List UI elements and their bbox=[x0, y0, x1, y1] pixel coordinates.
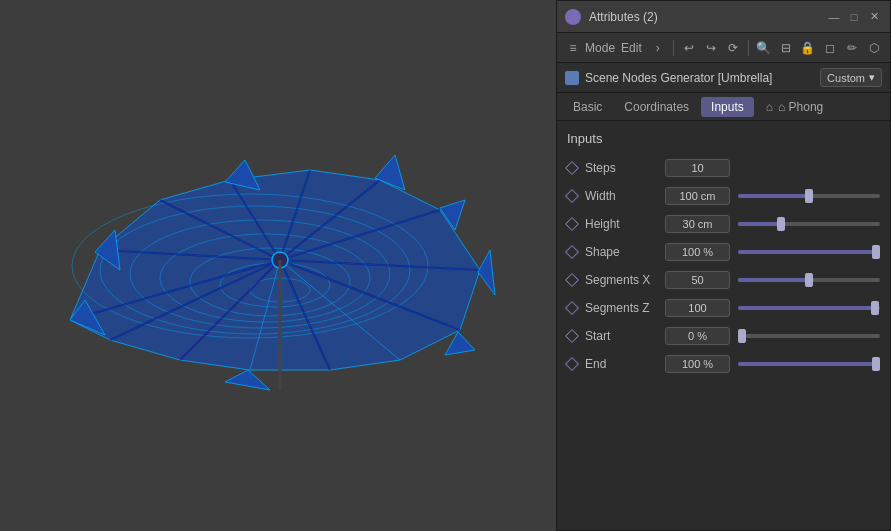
segments-z-slider[interactable] bbox=[738, 306, 880, 310]
shape-value[interactable]: 100 % bbox=[665, 243, 730, 261]
dropdown-label: Custom bbox=[827, 72, 865, 84]
titlebar: Attributes (2) — □ ✕ bbox=[557, 1, 890, 33]
height-slider[interactable] bbox=[738, 222, 880, 226]
segments-x-value[interactable]: 50 bbox=[665, 271, 730, 289]
toolbar-sep-1 bbox=[673, 40, 674, 56]
steps-label: Steps bbox=[585, 161, 665, 175]
segments-z-diamond[interactable] bbox=[565, 301, 579, 315]
start-diamond[interactable] bbox=[565, 329, 579, 343]
node-icon bbox=[565, 71, 579, 85]
tab-coordinates[interactable]: Coordinates bbox=[614, 97, 699, 117]
more-button[interactable]: › bbox=[648, 37, 668, 59]
height-diamond[interactable] bbox=[565, 217, 579, 231]
segments-x-label: Segments X bbox=[585, 273, 665, 287]
steps-input[interactable] bbox=[665, 159, 730, 177]
mode-label[interactable]: Mode bbox=[585, 41, 615, 55]
width-diamond[interactable] bbox=[565, 189, 579, 203]
hex-button[interactable]: ⬡ bbox=[864, 37, 884, 59]
param-width: Width 100 cm bbox=[567, 184, 880, 208]
content-area: Inputs Steps Width 100 cm Height 30 cm bbox=[557, 121, 890, 530]
close-button[interactable]: ✕ bbox=[866, 9, 882, 25]
tab-basic[interactable]: Basic bbox=[563, 97, 612, 117]
param-segments-x: Segments X 50 bbox=[567, 268, 880, 292]
start-label: Start bbox=[585, 329, 665, 343]
shape-label: Shape bbox=[585, 245, 665, 259]
tabs-bar: Basic Coordinates Inputs ⌂ ⌂ Phong bbox=[557, 93, 890, 121]
window-controls: — □ ✕ bbox=[826, 9, 882, 25]
start-value[interactable]: 0 % bbox=[665, 327, 730, 345]
lock-button[interactable]: 🔒 bbox=[798, 37, 818, 59]
start-slider[interactable] bbox=[738, 334, 880, 338]
segments-x-slider[interactable] bbox=[738, 278, 880, 282]
nodebar: Scene Nodes Generator [Umbrella] Custom … bbox=[557, 63, 890, 93]
viewport[interactable] bbox=[0, 0, 560, 531]
layout-button[interactable]: ◻ bbox=[820, 37, 840, 59]
menu-button[interactable]: ≡ bbox=[563, 37, 583, 59]
segments-z-value[interactable]: 100 bbox=[665, 299, 730, 317]
tab-inputs[interactable]: Inputs bbox=[701, 97, 754, 117]
edit-label[interactable]: Edit bbox=[621, 41, 642, 55]
segments-x-diamond[interactable] bbox=[565, 273, 579, 287]
redo-button[interactable]: ↪ bbox=[701, 37, 721, 59]
app-icon bbox=[565, 9, 581, 25]
node-name: Scene Nodes Generator [Umbrella] bbox=[585, 71, 814, 85]
param-end: End 100 % bbox=[567, 352, 880, 376]
end-label: End bbox=[585, 357, 665, 371]
param-segments-z: Segments Z 100 bbox=[567, 296, 880, 320]
search-button[interactable]: 🔍 bbox=[754, 37, 774, 59]
end-diamond[interactable] bbox=[565, 357, 579, 371]
shape-diamond[interactable] bbox=[565, 245, 579, 259]
steps-diamond[interactable] bbox=[565, 161, 579, 175]
shape-slider[interactable] bbox=[738, 250, 880, 254]
attributes-panel: Attributes (2) — □ ✕ ≡ Mode Edit › ↩ ↪ ⟳… bbox=[556, 0, 891, 531]
toolbar-sep-2 bbox=[748, 40, 749, 56]
width-value[interactable]: 100 cm bbox=[665, 187, 730, 205]
tab-phong[interactable]: ⌂ ⌂ Phong bbox=[756, 97, 834, 117]
width-label: Width bbox=[585, 189, 665, 203]
segments-z-label: Segments Z bbox=[585, 301, 665, 315]
height-label: Height bbox=[585, 217, 665, 231]
section-title: Inputs bbox=[567, 131, 880, 146]
phong-icon: ⌂ bbox=[766, 100, 773, 114]
toolbar: ≡ Mode Edit › ↩ ↪ ⟳ 🔍 ⊟ 🔒 ◻ ✏ ⬡ bbox=[557, 33, 890, 63]
maximize-button[interactable]: □ bbox=[846, 9, 862, 25]
custom-dropdown[interactable]: Custom ▾ bbox=[820, 68, 882, 87]
rotate-button[interactable]: ⟳ bbox=[723, 37, 743, 59]
dropdown-arrow: ▾ bbox=[869, 71, 875, 84]
param-shape: Shape 100 % bbox=[567, 240, 880, 264]
param-start: Start 0 % bbox=[567, 324, 880, 348]
end-value[interactable]: 100 % bbox=[665, 355, 730, 373]
width-slider[interactable] bbox=[738, 194, 880, 198]
param-steps: Steps bbox=[567, 156, 880, 180]
param-height: Height 30 cm bbox=[567, 212, 880, 236]
end-slider[interactable] bbox=[738, 362, 880, 366]
edit2-button[interactable]: ✏ bbox=[842, 37, 862, 59]
panel-title: Attributes (2) bbox=[589, 10, 826, 24]
minimize-button[interactable]: — bbox=[826, 9, 842, 25]
undo-button[interactable]: ↩ bbox=[679, 37, 699, 59]
height-value[interactable]: 30 cm bbox=[665, 215, 730, 233]
filter-button[interactable]: ⊟ bbox=[776, 37, 796, 59]
